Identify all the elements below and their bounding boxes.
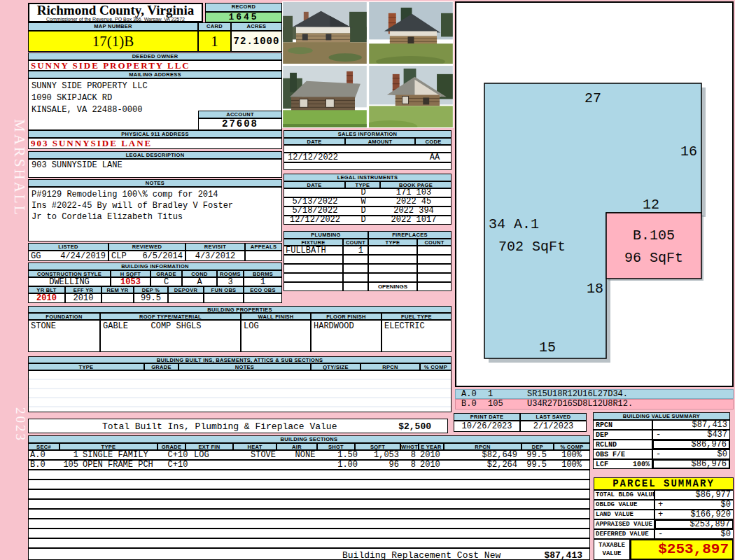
- bs-shgt: 1.50: [326, 451, 358, 460]
- notes-line: P#9129 Remodeling 100\% comp for 2014: [31, 189, 279, 200]
- physical-address-header: PHYSICAL 911 ADDRESS: [28, 130, 282, 138]
- building-sections-header: BUILDING SECTIONS: [28, 435, 590, 443]
- replacement-cost-row: Building Replacement Cost New $87,413: [28, 548, 590, 560]
- floor-finish-value: HARDWOOD: [311, 320, 382, 352]
- total-built-ins-label: Total Built Ins, Plumbing & Fireplace Va…: [102, 421, 337, 432]
- dep-pct-header: DEP %: [134, 286, 168, 293]
- property-photo-4: [369, 66, 453, 127]
- bs-sqft-header: SQFT: [355, 443, 400, 450]
- ps-label: APPRAISED VALUE: [594, 519, 654, 529]
- physical-address-value: 903 SUNNYSIDE LANE: [28, 138, 282, 149]
- replacement-cost-label: Building Replacement Cost New: [342, 550, 500, 560]
- legal-instruments-header: LEGAL INSTRUMENTS: [284, 174, 451, 181]
- vs-value-cell: $87,413: [652, 420, 730, 430]
- bs-air-header: AIR: [276, 443, 317, 450]
- hsqft-header: H SQFT: [111, 270, 150, 277]
- li-book: 171 103: [381, 188, 447, 197]
- li-book: 2022 1017: [381, 216, 447, 225]
- sketch-code-row-b: B.0 105 U34R27D16SD8L12U8R12.: [455, 399, 734, 410]
- sales-code-header: CODE: [415, 138, 451, 145]
- vs-value: $437: [667, 430, 729, 440]
- vs-label: LCF100%: [593, 459, 652, 469]
- appeals-header: APPEALS: [245, 243, 282, 251]
- reviewed-value: CLP6/5/2014: [108, 251, 186, 261]
- legal-instrument-row: 5/13/2022 W 2022 45: [284, 197, 451, 206]
- bdrms-header: BDRMS: [244, 270, 282, 277]
- deeded-owner-value: SUNNY SIDE PROPERTY LLC: [28, 60, 282, 71]
- last-saved-value: 2/1/2023: [520, 421, 587, 432]
- fireplace-empty-cell: [417, 273, 451, 282]
- sketch-code-sec: B.0: [456, 400, 488, 409]
- bs-dep-header: DEP: [522, 443, 554, 450]
- bs-whgt: 8: [399, 461, 416, 470]
- ecoobs-header: ECO OBS: [244, 286, 282, 293]
- vs-value: $0: [667, 450, 729, 459]
- bi-type-header: TYPE: [28, 363, 144, 370]
- funobs-header: FUN OBS: [204, 286, 244, 293]
- legal-instrument-row: D 171 103: [284, 188, 451, 197]
- bs-dep: 99.5: [517, 461, 547, 470]
- bs-sqft: 96: [358, 461, 399, 470]
- ps-value-cell: $86,977: [654, 490, 734, 500]
- notes-box: P#9129 Remodeling 100\% comp for 2014 In…: [28, 187, 282, 241]
- bs-comp: 100%: [547, 461, 582, 470]
- sales-row: [284, 162, 451, 170]
- sales-information-header: SALES INFORMATION: [284, 130, 451, 138]
- building-section-empty-row: [28, 528, 590, 538]
- bs-rpcn: $82,649: [445, 451, 517, 460]
- ps-value: $0: [669, 500, 733, 510]
- vs-sign: -: [653, 450, 667, 459]
- commissioner-line: Commissioner of the Revenue, PO Box 366,…: [29, 17, 202, 22]
- li-type: D: [346, 206, 381, 216]
- vendor-watermark: MARSHALL: [0, 115, 28, 220]
- vs-label: DEP: [593, 430, 652, 440]
- legal-instrument-row: 12/12/2022 D 2022 1017: [284, 216, 451, 225]
- sketch-code-num: 1: [488, 390, 527, 399]
- acres-header: ACRES: [231, 22, 282, 31]
- fireplace-count-header: COUNT: [417, 239, 451, 246]
- dim-top: 27: [584, 90, 601, 106]
- acres-value: 72.1000: [231, 31, 282, 52]
- bs-grade-header: GRADE: [158, 443, 186, 450]
- legal-description-header: LEGAL DESCRIPTION: [28, 151, 282, 159]
- bs-eyear: 2010: [416, 451, 445, 460]
- ecoobs-value: [244, 293, 282, 303]
- foundation-value: STONE: [28, 320, 100, 352]
- ps-label: LAND VALUE: [594, 510, 654, 519]
- dim-right: 16: [680, 144, 697, 160]
- sketch-code-value: SR15U18R12U16L27D34.: [527, 390, 628, 399]
- account-header: ACCOUNT: [198, 111, 282, 118]
- li-book-header: BOOK PAGE: [380, 181, 451, 188]
- sketch-code-sec: A.0: [456, 390, 488, 399]
- bs-dep: 99.5: [517, 451, 547, 460]
- remyr-value: [102, 293, 134, 303]
- plumbing-empty-cell: [343, 273, 368, 282]
- plumbing-header: PLUMBING: [284, 231, 368, 239]
- construction-style-header: CONSTRUCTION STYLE: [28, 270, 111, 277]
- li-book: 2022 394: [381, 206, 447, 216]
- reviewed-by: CLP: [111, 252, 127, 260]
- ps-value-cell: $253,897: [654, 519, 734, 529]
- vs-value-cell: $86,976: [652, 459, 730, 469]
- bs-grade: C+10: [164, 461, 192, 470]
- bs-num: 105: [62, 461, 78, 470]
- section-b-shape: [606, 213, 701, 279]
- deeded-owner-header: DEEDED OWNER: [28, 52, 282, 60]
- property-photo-1: [283, 2, 367, 64]
- plumbing-empty-cell: [284, 282, 343, 291]
- building-section-empty-row: [28, 509, 590, 519]
- plumbing-empty-cell: [284, 264, 343, 273]
- ps-value: $166,920: [669, 510, 733, 519]
- fireplace-empty-cell: [368, 246, 417, 255]
- bs-heat-header: HEAT: [233, 443, 276, 450]
- section-a-sqft: 702 SqFt: [498, 239, 566, 255]
- bs-shgt-header: SHGT: [317, 443, 355, 450]
- rooms-header: ROOMS: [217, 270, 244, 277]
- bs-heat: STOVE: [241, 451, 285, 460]
- mailing-line: SUNNY SIDE PROPERTY LLC: [31, 80, 279, 92]
- bs-sqft: 1,053: [358, 451, 399, 460]
- roof-header: ROOF TYPE/MATERIAL: [100, 313, 241, 320]
- bs-extfin: LOG: [192, 451, 241, 460]
- sales-row: [284, 145, 451, 153]
- vs-value: $86,976: [668, 460, 729, 469]
